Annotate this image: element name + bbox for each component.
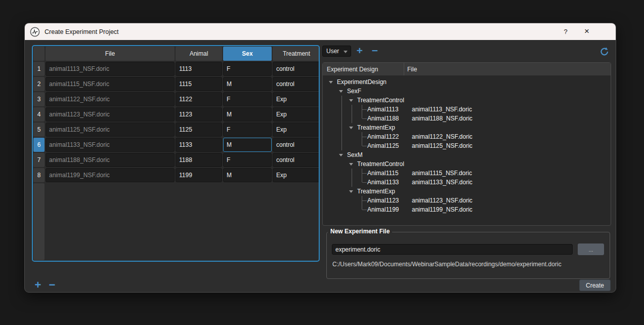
tree-node-animal1122[interactable]: Animal1122animal1122_NSF.doric: [327, 132, 611, 141]
tree-guide: [337, 178, 347, 187]
tree-node-sexm[interactable]: SexM: [327, 150, 611, 159]
tree-header[interactable]: Experiment Design File: [323, 63, 611, 75]
row-number[interactable]: 8: [33, 168, 45, 182]
table-cell-file[interactable]: animal1188_NSF.doric: [46, 153, 175, 167]
tree-expand-arrow-icon[interactable]: [327, 77, 337, 87]
tree-node-treatmentexp[interactable]: TreatmentExp: [327, 187, 611, 196]
row-number[interactable]: 5: [33, 123, 45, 137]
experiment-file-path: C:/Users/Mark09/Documents/WebinarSampleD…: [332, 261, 562, 268]
table-cell-animal[interactable]: 1125: [176, 123, 222, 137]
tree-expand-arrow-icon[interactable]: [347, 123, 357, 132]
table-cell-file[interactable]: animal1133_NSF.doric: [46, 138, 175, 152]
tree-node-label: ExperimentDesign: [337, 78, 387, 86]
tree-node-file: animal1199_NSF.doric: [412, 205, 473, 214]
titlebar[interactable]: Create Experiment Project ? ×: [25, 23, 616, 40]
dropdown-value: User: [326, 48, 339, 55]
experiment-design-tree[interactable]: Experiment Design File ExperimentDesignS…: [322, 62, 611, 226]
table-cell-file[interactable]: animal1115_NSF.doric: [46, 77, 175, 91]
row-number[interactable]: 3: [33, 92, 45, 106]
close-icon[interactable]: ×: [578, 25, 595, 38]
tree-node-animal1188[interactable]: Animal1188animal1188_NSF.doric: [327, 114, 611, 123]
tree-expand-arrow-icon[interactable]: [337, 87, 347, 96]
table-cell-animal[interactable]: 1123: [176, 107, 222, 121]
table-cell-treatment[interactable]: control: [273, 62, 320, 76]
tree-node-label: Animal1199: [367, 206, 399, 213]
table-corner-cell[interactable]: [33, 47, 45, 61]
table-cell-treatment[interactable]: control: [273, 138, 320, 152]
design-remove-button[interactable]: −: [369, 45, 381, 57]
group-variable-dropdown[interactable]: User: [322, 46, 351, 57]
table-cell-file[interactable]: animal1199_NSF.doric: [46, 168, 175, 182]
table-cell-animal[interactable]: 1122: [176, 92, 222, 106]
table-cell-treatment[interactable]: Exp: [273, 107, 320, 121]
tree-branch-connector: [357, 132, 367, 141]
tree-expand-arrow-icon[interactable]: [347, 159, 357, 169]
table-cell-animal[interactable]: 1115: [176, 77, 222, 91]
animal-table[interactable]: FileAnimalSexTreatment1animal1113_NSF.do…: [32, 45, 320, 262]
table-cell-sex[interactable]: F: [223, 92, 272, 106]
tree-header-design[interactable]: Experiment Design: [323, 63, 404, 75]
experiment-filename-input[interactable]: [332, 244, 573, 255]
group-title: New Experiment File: [328, 228, 392, 235]
table-add-row-button[interactable]: +: [32, 278, 44, 292]
table-cell-sex[interactable]: M: [223, 107, 272, 121]
table-cell-treatment[interactable]: Exp: [273, 92, 320, 106]
tree-expand-arrow-icon[interactable]: [337, 150, 347, 159]
tree-node-animal1123[interactable]: Animal1123animal1123_NSF.doric: [327, 196, 611, 205]
table-cell-treatment[interactable]: Exp: [273, 123, 320, 137]
table-remove-row-button[interactable]: −: [46, 278, 58, 292]
table-cell-sex[interactable]: M: [223, 77, 272, 91]
tree-node-treatmentcontrol[interactable]: TreatmentControl: [327, 159, 611, 169]
table-cell-sex[interactable]: F: [223, 62, 272, 76]
row-number[interactable]: 7: [33, 153, 45, 167]
tree-node-label: Animal1125: [367, 142, 399, 149]
tree-guide: [337, 132, 347, 141]
help-button[interactable]: ?: [557, 25, 574, 38]
table-cell-animal[interactable]: 1113: [176, 62, 222, 76]
table-cell-file[interactable]: animal1122_NSF.doric: [46, 92, 175, 106]
tree-node-treatmentexp[interactable]: TreatmentExp: [327, 123, 611, 132]
tree-node-animal1115[interactable]: Animal1115animal1115_NSF.doric: [327, 169, 611, 178]
column-header-file[interactable]: File: [46, 47, 175, 61]
tree-expand-arrow-icon[interactable]: [347, 96, 357, 105]
table-cell-animal[interactable]: 1133: [176, 138, 222, 152]
tree-node-animal1113[interactable]: Animal1113animal1113_NSF.doric: [327, 105, 611, 114]
table-cell-animal[interactable]: 1199: [176, 168, 222, 182]
tree-node-label: Animal1123: [367, 197, 399, 204]
tree-node-label: TreatmentControl: [357, 97, 404, 104]
table-cell-file[interactable]: animal1125_NSF.doric: [46, 123, 175, 137]
refresh-icon[interactable]: [599, 47, 610, 57]
tree-header-file[interactable]: File: [404, 63, 611, 75]
table-cell-animal[interactable]: 1188: [176, 153, 222, 167]
tree-node-file: animal1125_NSF.doric: [412, 141, 473, 150]
tree-node-experimentdesign[interactable]: ExperimentDesign: [327, 77, 611, 87]
tree-node-animal1125[interactable]: Animal1125animal1125_NSF.doric: [327, 141, 611, 150]
table-cell-sex[interactable]: M: [223, 168, 272, 182]
row-number[interactable]: 6: [33, 138, 45, 152]
table-cell-sex[interactable]: F: [223, 123, 272, 137]
table-cell-sex[interactable]: M: [223, 138, 272, 152]
table-cell-treatment[interactable]: Exp: [273, 168, 320, 182]
table-cell-treatment[interactable]: control: [273, 153, 320, 167]
browse-button[interactable]: ...: [578, 243, 604, 255]
column-header-treatment[interactable]: Treatment: [273, 47, 320, 61]
create-button[interactable]: Create: [579, 279, 611, 291]
table-cell-sex[interactable]: F: [223, 153, 272, 167]
column-header-sex[interactable]: Sex: [223, 47, 272, 61]
table-cell-treatment[interactable]: control: [273, 77, 320, 91]
tree-guide: [337, 123, 347, 132]
row-number[interactable]: 4: [33, 107, 45, 121]
tree-node-animal1133[interactable]: Animal1133animal1133_NSF.doric: [327, 178, 611, 187]
table-cell-file[interactable]: animal1113_NSF.doric: [46, 62, 175, 76]
design-add-button[interactable]: +: [354, 45, 366, 57]
table-cell-file[interactable]: animal1123_NSF.doric: [46, 107, 175, 121]
tree-expand-arrow-icon[interactable]: [347, 187, 357, 196]
column-header-animal[interactable]: Animal: [176, 47, 222, 61]
tree-guide: [327, 178, 337, 187]
tree-node-sexf[interactable]: SexF: [327, 87, 611, 96]
row-number[interactable]: 1: [33, 62, 45, 76]
row-number[interactable]: 2: [33, 77, 45, 91]
tree-node-label: TreatmentExp: [357, 124, 395, 131]
tree-node-animal1199[interactable]: Animal1199animal1199_NSF.doric: [327, 205, 611, 214]
tree-node-treatmentcontrol[interactable]: TreatmentControl: [327, 96, 611, 105]
